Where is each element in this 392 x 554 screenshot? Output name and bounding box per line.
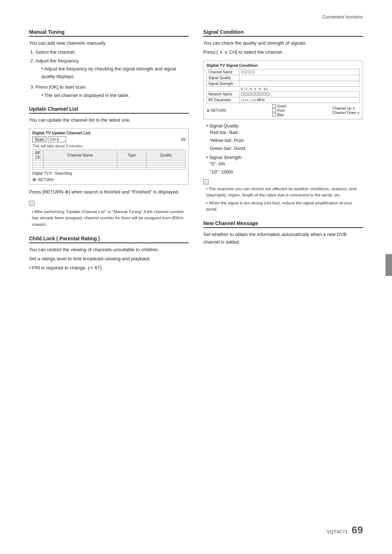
sq-8	[266, 93, 269, 95]
update-channel-list-table: Digital TV Update Channel List Scan CH 6…	[29, 128, 189, 185]
ch-field[interactable]: CH 6	[48, 137, 66, 142]
signal-condition-title: Signal Condition	[203, 29, 363, 37]
poor-legend-item: Poor	[272, 109, 286, 113]
note-icon-row: □	[29, 200, 189, 206]
good-box	[272, 104, 276, 108]
child-lock-p2: Set a ratings level to limit broadcast v…	[29, 255, 189, 263]
update-channel-list-section: Update Channel List You can update the c…	[29, 106, 189, 228]
child-lock-body: You can restrict the viewing of channels…	[29, 246, 189, 272]
return-row: ⊕ RETURN	[32, 177, 185, 182]
signal-condition-table: Digital TV Signal Condition Channel Name	[203, 61, 363, 119]
sq-1	[241, 93, 244, 95]
sq-2	[245, 93, 248, 95]
return-icon-right: ⊕	[207, 109, 209, 113]
signal-condition-section: Signal Condition You can check the quali…	[203, 29, 363, 212]
sq-6	[259, 93, 262, 95]
two-col-layout: Manual Tuning You can add new channels m…	[29, 29, 363, 276]
signal-quality-label-cell: Signal Quality	[207, 75, 240, 81]
new-channel-message-body: Set whether to obtain the information au…	[203, 231, 363, 246]
bad-label: Bad	[277, 113, 283, 117]
manual-tuning-intro: You can add new channels manually.	[29, 40, 189, 47]
sq-5	[256, 93, 258, 95]
searching-label: Searching	[55, 171, 72, 175]
scan-button[interactable]: Scan	[32, 137, 46, 142]
channel-name-circles	[241, 70, 255, 73]
child-lock-section: Child Lock ( Parental Rating ) You can r…	[29, 236, 189, 272]
scale-row: 0 2 4 6 8 10	[207, 86, 360, 91]
update-table-top: Scan CH 6 69	[32, 137, 185, 142]
signal-quality-row: Signal Quality	[207, 75, 360, 81]
signal-table-title: Digital TV Signal Condition	[207, 63, 360, 68]
press-return-text: Press [RETURN ⊕] when search is finished…	[29, 188, 189, 196]
manual-tuning-title: Manual Tuning	[29, 29, 189, 37]
channel-name-value-cell	[240, 69, 360, 75]
new-channel-message-section: New Channel Message Set whether to obtai…	[203, 220, 363, 246]
bottom-label: VQT4C71 69	[327, 524, 363, 536]
good-label: Good	[277, 104, 286, 108]
note-icon: □	[29, 201, 34, 206]
signal-note-2: • When the signal is too strong (red bar…	[206, 200, 363, 213]
sq-4	[252, 93, 255, 95]
signal-quality-bullets: Signal Quality: Red bar: Bad Yellow bar:…	[206, 123, 363, 176]
manual-tuning-section: Manual Tuning You can add new channels m…	[29, 29, 189, 99]
update-channel-list-title: Update Channel List	[29, 106, 189, 114]
table-header-row: RF Ch Channel Name Type Quality	[33, 150, 185, 160]
manual-tuning-steps: Select the channel. Adjust the frequency…	[36, 49, 189, 99]
bad-box	[272, 113, 276, 117]
page-code: VQT4C71	[327, 529, 348, 534]
poor-label: Poor	[277, 109, 285, 113]
rf-parameter-label-cell: RF Parameter	[207, 97, 240, 103]
type-header: Type	[117, 150, 146, 160]
update-table-bottom: Digital TV:0 Searching	[32, 171, 185, 175]
circle-2	[245, 70, 248, 73]
sig-bottom: ⊕ RETURN Good Poor	[207, 104, 360, 117]
channel-name-row: Channel Name	[207, 69, 360, 75]
channel-name-header: Channel Name	[44, 150, 117, 160]
note-icon-right: □	[203, 179, 209, 184]
gray-tab	[385, 254, 392, 276]
page: Convenient functions Manual Tuning You c…	[0, 0, 392, 554]
right-column: Signal Condition You can check the quali…	[203, 29, 363, 276]
return-row-right: ⊕ RETURN	[207, 109, 226, 113]
note-icon-row-right: □	[203, 179, 363, 184]
signal-note-1: • The channels you can receive are affec…	[206, 186, 363, 199]
update-note-item-1: • After performing "Update Channel List"…	[32, 209, 189, 228]
return-label-right: RETURN	[211, 109, 226, 113]
signal-press-ch: Press [ ∧ ∨ CH] to select the channel.	[203, 49, 363, 56]
manual-tuning-body: You can add new channels manually. Selec…	[29, 40, 189, 99]
rf-parameter-value-cell: □□□□ □□□MHz	[240, 97, 360, 103]
network-name-squares	[241, 93, 269, 95]
update-intro-text: You can update the channel list to the l…	[29, 117, 189, 124]
signal-strength-sub: "0": 0% "10": 100%	[210, 160, 363, 176]
new-channel-message-title: New Channel Message	[203, 220, 363, 228]
circle-3	[248, 70, 251, 73]
sq-7	[263, 93, 266, 95]
poor-box	[272, 109, 276, 112]
signal-quality-item: Signal Quality: Red bar: Bad Yellow bar:…	[206, 123, 363, 152]
return-label: RETURN	[38, 178, 54, 182]
step-1: Select the channel.	[36, 49, 189, 56]
signal-legend: Good Poor Bad	[272, 104, 286, 117]
channel-controls: Channel Up ∧ Channel Down ∨	[332, 106, 360, 115]
left-column: Manual Tuning You can add new channels m…	[29, 29, 189, 276]
scale-empty-cell	[207, 86, 240, 91]
child-lock-title: Child Lock ( Parental Rating )	[29, 236, 189, 243]
update-channel-list-intro: You can update the channel list to the l…	[29, 117, 189, 124]
bad-legend-item: Bad	[272, 113, 286, 117]
channel-table: RF Ch Channel Name Type Quality	[32, 150, 185, 170]
update-note-list: • After performing "Update Channel List"…	[29, 209, 189, 228]
signal-strength-item: Signal Strength: "0": 0% "10": 100%	[206, 155, 363, 176]
signal-strength-value-cell	[240, 81, 360, 86]
step-3: Press [OK] to start scan. The set channe…	[36, 83, 189, 99]
good-legend-item: Good	[272, 104, 286, 108]
return-icon: ⊕	[32, 177, 36, 182]
network-name-value-cell	[240, 91, 360, 97]
rf-ch-header: RF Ch	[33, 150, 44, 160]
update-table-title: Digital TV Update Channel List	[32, 131, 185, 135]
digital-tv-label: Digital TV:0	[32, 171, 52, 175]
sig-table: Channel Name Signal	[207, 69, 360, 103]
network-name-row: Network Name	[207, 91, 360, 97]
child-lock-p1: You can restrict the viewing of channels…	[29, 246, 189, 254]
circle-4	[252, 70, 255, 73]
press-return-label: Press [RETURN ⊕] when search is finished…	[29, 188, 189, 196]
